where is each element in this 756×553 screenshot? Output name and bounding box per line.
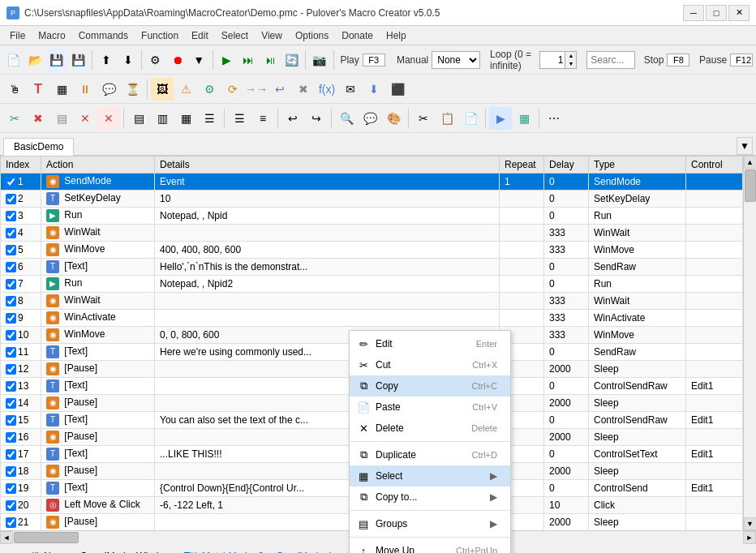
context-menu-item-groups[interactable]: ▤ Groups ▶ — [350, 513, 510, 534]
tb2-btn5[interactable]: 💬 — [97, 78, 120, 101]
edit-btn11[interactable]: ≡ — [251, 107, 274, 130]
loop-up[interactable]: ▲ — [565, 52, 576, 60]
row-checkbox[interactable] — [6, 347, 16, 358]
tb2-btn10[interactable]: ⟳ — [221, 78, 244, 101]
row-checkbox[interactable] — [6, 381, 16, 392]
tb2-btn16[interactable]: ⬇ — [363, 78, 385, 101]
stop-key[interactable]: F8 — [667, 54, 689, 66]
edit-btn1[interactable]: ✂ — [3, 107, 26, 130]
menu-item-function[interactable]: Function — [135, 28, 185, 43]
move-down-button[interactable]: ⬇ — [118, 49, 139, 71]
tb2-btn15[interactable]: ✉ — [339, 78, 362, 101]
tb2-btn8[interactable]: ⚠ — [174, 78, 197, 101]
context-menu-item-cut[interactable]: ✂ Cut Ctrl+X — [350, 354, 510, 375]
edit-btn9[interactable]: ☰ — [198, 107, 221, 130]
undo-button[interactable]: ↩ — [281, 107, 304, 130]
hscroll-thumb[interactable] — [14, 532, 79, 543]
tb2-btn1[interactable]: 🖱 — [3, 78, 26, 101]
tab-arrow-btn[interactable]: ▼ — [737, 137, 753, 155]
record-dropdown[interactable]: ▼ — [188, 49, 209, 71]
row-checkbox[interactable] — [6, 262, 16, 272]
row-checkbox[interactable] — [6, 330, 16, 341]
play-fast-button[interactable]: ⏭ — [238, 49, 259, 71]
col-action[interactable]: Action — [41, 156, 155, 174]
col-delay[interactable]: Delay — [544, 156, 589, 174]
tb2-btn17[interactable]: ⬛ — [386, 78, 409, 101]
minimize-button[interactable]: ─ — [683, 5, 704, 21]
menu-item-file[interactable]: File — [3, 28, 32, 43]
tb2-btn12[interactable]: ↩ — [268, 78, 291, 101]
save-button[interactable]: 💾 — [46, 49, 67, 71]
edit-btn10[interactable]: ☰ — [228, 107, 251, 130]
row-checkbox[interactable] — [6, 279, 16, 289]
tb2-btn2[interactable]: T — [27, 78, 49, 101]
cut2-btn[interactable]: ✂ — [412, 107, 435, 130]
table-row[interactable]: 8 ◉ WinWait 333 WinWait — [1, 293, 743, 310]
edit-btn7[interactable]: ▥ — [151, 107, 174, 130]
edit-btn5[interactable]: ✕ — [97, 107, 120, 130]
tb2-btn13[interactable]: ✖ — [292, 78, 315, 101]
table-btn[interactable]: ▦ — [513, 107, 535, 130]
context-menu-item-copyto[interactable]: ⧉ Copy to... ▶ — [350, 487, 510, 508]
sendmode-link[interactable]: SendMode: input — [277, 551, 350, 554]
loop-spinner[interactable]: ▲ ▼ — [539, 51, 577, 69]
col-type[interactable]: Type — [589, 156, 686, 174]
tb2-btn4[interactable]: ⏸ — [74, 78, 97, 101]
redo-button[interactable]: ↪ — [305, 107, 328, 130]
row-checkbox[interactable] — [6, 177, 16, 187]
table-row[interactable]: 9 ◉ WinActivate 333 WinActivate — [1, 310, 743, 327]
row-checkbox[interactable] — [6, 245, 16, 255]
context-menu-item-edit[interactable]: ✏ Edit Enter — [350, 333, 510, 354]
col-repeat[interactable]: Repeat — [500, 156, 544, 174]
edit-btn4[interactable]: ✕ — [74, 107, 97, 130]
edit-btn3[interactable]: ▤ — [50, 107, 73, 130]
context-menu-item-select[interactable]: ▦ Select ▶ — [350, 465, 510, 487]
titlematch-link[interactable]: TitleMatchMode: 2 — [184, 551, 264, 554]
refresh-button[interactable]: 🔄 — [281, 49, 302, 71]
hscroll-left-btn[interactable]: ◄ — [0, 531, 13, 544]
play-step-button[interactable]: ⏯ — [260, 49, 281, 71]
row-checkbox[interactable] — [6, 313, 16, 324]
capture-button[interactable]: 📷 — [309, 49, 330, 71]
table-row[interactable]: 6 T [Text] Hello',`n`nThis is the demons… — [1, 259, 743, 276]
row-checkbox[interactable] — [6, 449, 16, 460]
menu-item-select[interactable]: Select — [215, 28, 255, 43]
menu-item-view[interactable]: View — [255, 28, 289, 43]
edit-btn6[interactable]: ▤ — [127, 107, 150, 130]
pause-key[interactable]: F12 — [730, 54, 753, 66]
scroll-thumb[interactable] — [745, 169, 756, 202]
scroll-up-btn[interactable]: ▲ — [744, 156, 757, 169]
tb2-btn14[interactable]: f(x) — [316, 78, 338, 101]
run-btn[interactable]: ▶ — [489, 107, 512, 130]
scroll-down-btn[interactable]: ▼ — [744, 517, 757, 530]
copy2-btn[interactable]: 📋 — [436, 107, 458, 130]
manual-select[interactable]: None — [432, 51, 480, 69]
settings-button[interactable]: ⚙ — [145, 49, 166, 71]
row-checkbox[interactable] — [6, 194, 16, 204]
row-checkbox[interactable] — [6, 466, 16, 477]
record-button[interactable]: ⏺ — [167, 49, 188, 71]
row-checkbox[interactable] — [6, 500, 16, 511]
table-row[interactable]: 5 ◉ WinMove 400, 400, 800, 600 333 WinMo… — [1, 242, 743, 259]
maximize-button[interactable]: □ — [706, 5, 727, 21]
row-checkbox[interactable] — [6, 211, 16, 221]
context-menu-item-copy[interactable]: ⧉ Copy Ctrl+C — [350, 375, 510, 397]
play-button[interactable]: ▶ — [217, 49, 238, 71]
close-button[interactable]: ✕ — [728, 5, 750, 21]
col-details[interactable]: Details — [155, 156, 500, 174]
loop-down[interactable]: ▼ — [565, 60, 576, 68]
tb2-btn11[interactable]: →→ — [245, 78, 268, 101]
table-row[interactable]: 1 ◉ SendMode Event 1 0 SendMode — [1, 174, 743, 191]
search-input[interactable] — [586, 51, 635, 69]
menu-item-commands[interactable]: Commands — [72, 28, 135, 43]
table-row[interactable]: 2 T SetKeyDelay 10 0 SetKeyDelay — [1, 191, 743, 208]
tb2-btn9[interactable]: ⚙ — [198, 78, 221, 101]
search-btn[interactable]: 🔍 — [335, 107, 358, 130]
col-control[interactable]: Control — [686, 156, 743, 174]
table-row[interactable]: 7 ▶ Run Notepad, , Npid2 0 Run — [1, 276, 743, 293]
menu-item-options[interactable]: Options — [289, 28, 335, 43]
menu-item-donate[interactable]: Donate — [335, 28, 380, 43]
table-row[interactable]: 3 ▶ Run Notepad, , Npid 0 Run — [1, 208, 743, 225]
more-btn[interactable]: ⋯ — [543, 107, 565, 130]
paste2-btn[interactable]: 📄 — [459, 107, 482, 130]
